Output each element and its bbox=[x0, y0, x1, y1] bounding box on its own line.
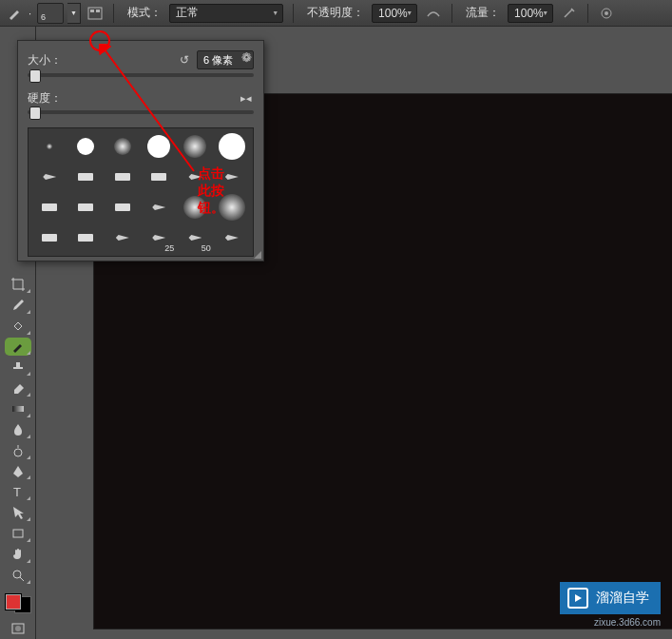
brush-preset[interactable]: 50 bbox=[178, 223, 212, 252]
brush-preset[interactable] bbox=[178, 132, 212, 161]
watermark: 溜溜自学 bbox=[560, 582, 661, 614]
svg-rect-5 bbox=[12, 406, 24, 412]
brush-preset[interactable] bbox=[215, 132, 249, 161]
brush-tool-icon bbox=[6, 5, 23, 22]
hardness-slider[interactable] bbox=[28, 110, 254, 114]
gradient-tool[interactable] bbox=[5, 399, 31, 418]
svg-point-6 bbox=[14, 449, 22, 456]
panel-menu-icon[interactable]: ▸◂ bbox=[240, 92, 252, 105]
brush-preset-dropdown[interactable] bbox=[67, 3, 81, 24]
brush-preset[interactable] bbox=[68, 193, 103, 222]
pen-tool[interactable] bbox=[5, 462, 31, 481]
watermark-url: zixue.3d66.com bbox=[594, 617, 661, 628]
svg-point-11 bbox=[15, 626, 21, 631]
size-label: 大小： bbox=[28, 52, 66, 68]
eraser-tool[interactable] bbox=[5, 378, 31, 397]
gear-icon[interactable]: ❁ bbox=[241, 50, 252, 65]
svg-rect-0 bbox=[88, 8, 102, 19]
pressure-opacity-icon[interactable] bbox=[425, 5, 442, 22]
brush-preset[interactable]: 25 bbox=[142, 223, 176, 252]
hand-tool[interactable] bbox=[5, 545, 31, 564]
svg-point-9 bbox=[13, 571, 21, 578]
quickmask-toggle[interactable] bbox=[5, 619, 31, 638]
healing-tool[interactable] bbox=[5, 317, 31, 336]
blur-tool[interactable] bbox=[5, 420, 31, 439]
brush-preset[interactable] bbox=[178, 193, 212, 222]
brush-preset[interactable] bbox=[32, 132, 67, 161]
svg-rect-2 bbox=[96, 10, 100, 12]
brush-panel-toggle-icon[interactable] bbox=[86, 5, 104, 22]
size-slider[interactable] bbox=[28, 73, 254, 77]
brush-preset[interactable] bbox=[32, 193, 67, 222]
separator bbox=[451, 4, 452, 23]
separator bbox=[113, 4, 114, 23]
brush-preset[interactable] bbox=[142, 193, 176, 222]
brush-preset[interactable] bbox=[106, 223, 140, 252]
resize-handle-icon[interactable] bbox=[254, 251, 261, 259]
type-tool[interactable]: T bbox=[5, 482, 31, 501]
dot-sep: · bbox=[29, 8, 31, 19]
brush-preset[interactable] bbox=[142, 163, 176, 191]
brush-preset[interactable] bbox=[68, 223, 103, 252]
mode-label: 模式： bbox=[127, 5, 162, 21]
eyedropper-tool[interactable] bbox=[5, 296, 31, 315]
dodge-tool[interactable] bbox=[5, 441, 31, 460]
shape-tool[interactable] bbox=[5, 524, 31, 543]
stamp-tool[interactable] bbox=[5, 358, 31, 377]
brush-presets-grid: 25 50 bbox=[28, 127, 254, 257]
brush-preset[interactable] bbox=[32, 163, 67, 191]
brush-preset[interactable] bbox=[32, 223, 67, 252]
svg-text:T: T bbox=[13, 485, 21, 499]
svg-point-4 bbox=[605, 11, 608, 15]
brush-preset[interactable] bbox=[178, 163, 212, 191]
color-swatches[interactable] bbox=[5, 593, 31, 613]
zoom-tool[interactable] bbox=[5, 566, 31, 585]
brush-preset[interactable] bbox=[106, 163, 140, 191]
separator bbox=[293, 4, 294, 23]
opacity-input[interactable]: 100% bbox=[372, 4, 417, 23]
pressure-size-icon[interactable] bbox=[598, 5, 615, 22]
brush-preset[interactable] bbox=[68, 163, 103, 191]
brush-preset[interactable] bbox=[106, 193, 140, 222]
brush-preset[interactable] bbox=[215, 193, 249, 222]
brush-preset-panel: ❁ ▸◂ 大小： ↺ 硬度： bbox=[17, 40, 264, 261]
crop-tool[interactable] bbox=[5, 275, 31, 294]
brush-preset[interactable] bbox=[142, 132, 176, 161]
brush-preset[interactable] bbox=[68, 132, 103, 161]
svg-rect-1 bbox=[90, 10, 94, 12]
flow-input[interactable]: 100% bbox=[508, 4, 553, 23]
brush-tool[interactable] bbox=[5, 338, 31, 357]
blend-mode-select[interactable]: 正常 bbox=[169, 4, 283, 23]
airbrush-icon[interactable] bbox=[561, 5, 578, 22]
svg-rect-8 bbox=[13, 530, 23, 537]
watermark-text: 溜溜自学 bbox=[596, 590, 649, 607]
top-toolbar: · 6 模式： 正常 不透明度： 100% 流量： 100% bbox=[0, 0, 672, 27]
foreground-color[interactable] bbox=[5, 593, 22, 610]
path-select-tool[interactable] bbox=[5, 503, 31, 522]
opacity-label: 不透明度： bbox=[307, 5, 364, 21]
play-icon bbox=[567, 588, 588, 609]
brush-preset[interactable] bbox=[106, 132, 140, 161]
brush-preset[interactable] bbox=[215, 223, 249, 252]
reset-icon[interactable]: ↺ bbox=[180, 53, 189, 67]
separator bbox=[587, 4, 588, 23]
brush-size-preview[interactable]: 6 bbox=[37, 3, 64, 24]
brush-preset[interactable] bbox=[215, 163, 249, 191]
hardness-label: 硬度： bbox=[28, 90, 66, 106]
flow-label: 流量： bbox=[466, 5, 500, 21]
